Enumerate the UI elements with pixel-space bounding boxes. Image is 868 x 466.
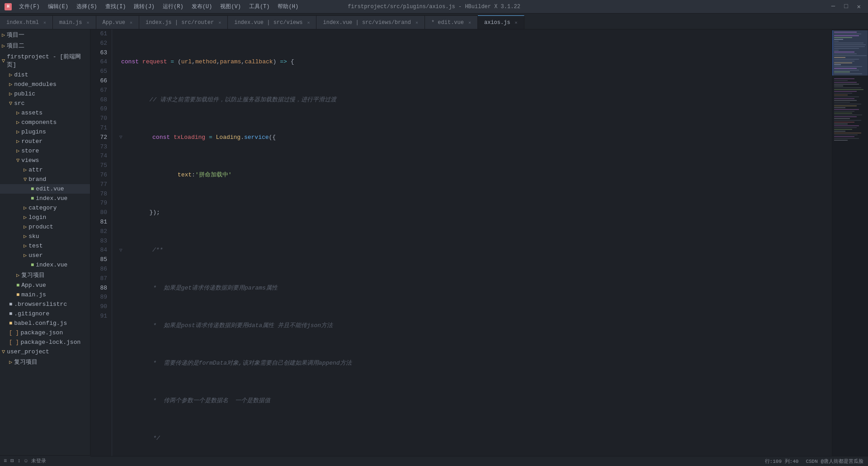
tab-main-js[interactable]: main.js ✕: [53, 15, 96, 29]
status-platform: CSDN @唐人街都是苦瓜脸: [806, 458, 863, 465]
window-controls[interactable]: ─ □ ✕: [829, 3, 863, 10]
tab-close-icon[interactable]: ✕: [218, 20, 221, 25]
sidebar-item-app-vue[interactable]: ■ App.vue: [0, 281, 90, 290]
sidebar-item-index-vue[interactable]: ■ index.vue: [0, 260, 90, 270]
tab-app-vue[interactable]: App.vue ✕: [96, 15, 139, 29]
tab-close-icon[interactable]: ✕: [415, 20, 418, 25]
sidebar-item-src[interactable]: ▽ src: [0, 99, 90, 108]
svg-rect-42: [834, 105, 857, 106]
sidebar-item-project2[interactable]: ▷ 项目二: [0, 40, 90, 51]
menu-view[interactable]: 视图(V): [217, 2, 245, 11]
svg-rect-44: [834, 109, 859, 110]
sidebar-item-index-vue-brand[interactable]: ■ index.vue: [0, 194, 90, 203]
menu-find[interactable]: 查找(I): [102, 2, 130, 11]
menu-run[interactable]: 运行(R): [159, 2, 187, 11]
tab-edit-vue[interactable]: * edit.vue ✕: [425, 15, 478, 29]
svg-rect-60: [834, 138, 859, 139]
maximize-button[interactable]: □: [841, 3, 850, 10]
sidebar-item-attr[interactable]: ▷ attr: [0, 165, 90, 175]
menu-jump[interactable]: 跳转(J): [130, 2, 158, 11]
chevron-right-icon: ▷: [9, 90, 12, 97]
code-content[interactable]: const request = (url,method,params,callb…: [112, 29, 832, 456]
file-icon: [ ]: [9, 330, 19, 336]
sidebar-item-test[interactable]: ▷ test: [0, 241, 90, 251]
tab-close-icon[interactable]: ✕: [515, 20, 518, 25]
sidebar-item-package-json[interactable]: [ ] package.json: [0, 328, 90, 338]
title-bar: H 文件(F) 编辑(E) 选择(S) 查找(I) 跳转(J) 运行(R) 发布…: [0, 0, 868, 14]
sidebar-item-label: sku: [28, 233, 39, 240]
sidebar-item-main-js[interactable]: ■ main.js: [0, 290, 90, 300]
tab-close-icon[interactable]: ✕: [307, 20, 310, 25]
sidebar-item-edit-vue[interactable]: ■ edit.vue: [0, 184, 90, 194]
fold-66[interactable]: ▽: [119, 247, 123, 255]
tab-index-js-router[interactable]: index.js | src/router ✕: [139, 15, 228, 29]
sidebar-item-fuxiproject[interactable]: ▷ 复习项目: [0, 270, 90, 281]
sidebar-item-gitignore[interactable]: ■ .gitignore: [0, 309, 90, 319]
sidebar-item-label: package-lock.json: [21, 339, 81, 346]
tab-close-icon[interactable]: ✕: [130, 20, 132, 25]
tab-label: index.vue | src/views/brand: [323, 19, 410, 26]
svg-rect-53: [834, 125, 859, 126]
chevron-right-icon: ▷: [9, 71, 12, 78]
tab-close-icon[interactable]: ✕: [468, 20, 471, 25]
tab-axios-js[interactable]: axios.js ✕: [478, 15, 524, 29]
tab-index-vue-brand[interactable]: index.vue | src/views/brand ✕: [316, 15, 425, 29]
svg-rect-51: [834, 122, 854, 123]
svg-rect-32: [834, 87, 861, 88]
tab-index-html[interactable]: index.html ✕: [0, 15, 53, 29]
sidebar-item-router[interactable]: ▷ router: [0, 137, 90, 146]
sidebar-item-sku[interactable]: ▷ sku: [0, 232, 90, 241]
sidebar-item-store[interactable]: ▷ store: [0, 146, 90, 156]
svg-rect-49: [834, 118, 850, 119]
sidebar-item-firstproject[interactable]: ▽ firstproject - [前端网页]: [0, 51, 90, 70]
tab-index-vue-views[interactable]: index.vue | src/views ✕: [228, 15, 316, 29]
sidebar-item-product[interactable]: ▷ product: [0, 222, 90, 232]
chevron-right-icon: ▷: [9, 81, 12, 88]
minimize-button[interactable]: ─: [829, 3, 838, 10]
fold-63[interactable]: ▽: [119, 133, 123, 142]
sidebar-item-user[interactable]: ▷ user: [0, 251, 90, 260]
sidebar: ▷ 项目一 ▷ 项目二 ▽ firstproject - [前端网页] ▷ di…: [0, 29, 90, 456]
sidebar-item-fuxiproject2[interactable]: ▷ 复习项目: [0, 357, 90, 367]
sidebar-item-public[interactable]: ▷ public: [0, 89, 90, 99]
sidebar-item-project1[interactable]: ▷ 项目一: [0, 29, 90, 40]
menu-select[interactable]: 选择(S): [73, 2, 101, 11]
menu-publish[interactable]: 发布(U): [188, 2, 216, 11]
sidebar-item-label: index.vue: [36, 195, 67, 202]
chevron-right-icon: ▷: [24, 214, 27, 221]
menu-help[interactable]: 帮助(H): [274, 2, 302, 11]
sidebar-item-user-project[interactable]: ▽ user_project: [0, 347, 90, 357]
tab-label: index.vue | src/views: [234, 19, 302, 26]
menu-bar[interactable]: 文件(F) 编辑(E) 选择(S) 查找(I) 跳转(J) 运行(R) 发布(U…: [15, 2, 302, 11]
code-line-65: });: [119, 208, 832, 218]
tab-close-icon[interactable]: ✕: [43, 20, 46, 25]
svg-rect-33: [834, 89, 863, 90]
sidebar-item-browserslistrc[interactable]: ■ .browserslistrc: [0, 300, 90, 309]
menu-edit[interactable]: 编辑(E): [44, 2, 72, 11]
svg-rect-31: [834, 86, 843, 86]
tab-close-icon[interactable]: ✕: [86, 20, 89, 25]
sidebar-item-components[interactable]: ▷ components: [0, 118, 90, 127]
svg-rect-43: [834, 107, 845, 108]
sidebar-item-views[interactable]: ▽ views: [0, 156, 90, 165]
sidebar-item-label: dist: [14, 71, 28, 78]
sidebar-item-label: 复习项目: [21, 271, 45, 279]
sidebar-item-login[interactable]: ▷ login: [0, 213, 90, 222]
sidebar-item-brand[interactable]: ▽ brand: [0, 175, 90, 184]
menu-file[interactable]: 文件(F): [15, 2, 43, 11]
sidebar-item-plugins[interactable]: ▷ plugins: [0, 127, 90, 137]
svg-rect-35: [834, 93, 852, 94]
chevron-right-icon: ▷: [16, 109, 19, 116]
sidebar-item-category[interactable]: ▷ category: [0, 203, 90, 213]
code-editor[interactable]: 61 62 63 64 65 66 67 68 69 70 71 72 73 7…: [90, 29, 832, 456]
menu-tools[interactable]: 工具(T): [245, 2, 274, 11]
sidebar-item-package-lock-json[interactable]: [ ] package-lock.json: [0, 338, 90, 347]
file-icon: ■: [9, 301, 12, 308]
sidebar-item-dist[interactable]: ▷ dist: [0, 70, 90, 80]
sidebar-item-assets[interactable]: ▷ assets: [0, 108, 90, 118]
sidebar-item-node-modules[interactable]: ▷ node_modules: [0, 80, 90, 89]
sidebar-item-label: firstproject - [前端网页]: [7, 52, 88, 69]
sidebar-item-label: node_modules: [14, 81, 57, 88]
sidebar-item-babel-config[interactable]: ■ babel.config.js: [0, 319, 90, 328]
close-button[interactable]: ✕: [854, 3, 863, 10]
